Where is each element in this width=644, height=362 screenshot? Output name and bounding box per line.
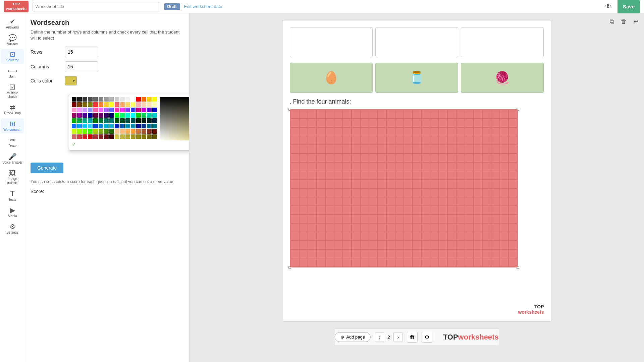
ws-cell[interactable] — [447, 249, 456, 258]
ws-cell[interactable] — [360, 154, 369, 162]
ws-cell[interactable] — [447, 241, 456, 249]
color-swatch[interactable] — [109, 102, 114, 107]
color-swatch[interactable] — [115, 134, 119, 139]
ws-cell[interactable] — [308, 249, 317, 258]
ws-cell[interactable] — [290, 145, 299, 154]
ws-cell[interactable] — [439, 119, 447, 127]
ws-cell[interactable] — [482, 180, 491, 188]
ws-cell[interactable] — [352, 188, 360, 197]
ws-cell[interactable] — [360, 119, 369, 127]
ws-cell[interactable] — [369, 154, 378, 162]
ws-cell[interactable] — [343, 188, 352, 197]
ws-cell[interactable] — [352, 171, 360, 180]
color-swatch[interactable] — [152, 134, 157, 139]
ws-cell[interactable] — [325, 154, 334, 162]
color-swatch[interactable] — [120, 108, 125, 112]
color-swatch[interactable] — [147, 129, 152, 134]
ws-cell[interactable] — [343, 258, 352, 267]
ws-cell[interactable] — [447, 162, 456, 171]
ws-cell[interactable] — [378, 223, 386, 232]
ws-cell[interactable] — [395, 119, 404, 127]
ws-cell[interactable] — [378, 171, 386, 180]
ws-cell[interactable] — [508, 232, 517, 241]
ws-cell[interactable] — [290, 188, 299, 197]
ws-cell[interactable] — [369, 171, 378, 180]
ws-cell[interactable] — [360, 241, 369, 249]
ws-cell[interactable] — [430, 127, 439, 136]
color-swatch[interactable] — [72, 134, 76, 139]
ws-cell[interactable] — [482, 119, 491, 127]
ws-cell[interactable] — [447, 171, 456, 180]
ws-cell[interactable] — [456, 136, 465, 145]
ws-cell[interactable] — [413, 206, 421, 215]
ws-cell[interactable] — [430, 258, 439, 267]
ws-cell[interactable] — [508, 162, 517, 171]
ws-cell[interactable] — [474, 127, 482, 136]
ws-cell[interactable] — [317, 215, 325, 223]
ws-cell[interactable] — [421, 180, 430, 188]
color-swatch[interactable] — [136, 102, 141, 107]
ws-cell[interactable] — [386, 188, 395, 197]
ws-cell[interactable] — [360, 197, 369, 206]
ws-cell[interactable] — [482, 258, 491, 267]
ws-cell[interactable] — [360, 136, 369, 145]
ws-cell[interactable] — [308, 215, 317, 223]
ws-cell[interactable] — [299, 206, 308, 215]
ws-cell[interactable] — [395, 206, 404, 215]
ws-cell[interactable] — [386, 232, 395, 241]
ws-cell[interactable] — [491, 232, 500, 241]
color-swatch[interactable] — [152, 118, 157, 123]
ws-cell[interactable] — [474, 188, 482, 197]
ws-cell[interactable] — [369, 241, 378, 249]
ws-cell[interactable] — [430, 171, 439, 180]
ws-cell[interactable] — [500, 154, 508, 162]
ws-cell[interactable] — [343, 154, 352, 162]
color-swatch[interactable] — [120, 102, 125, 107]
delete-button[interactable]: 🗑 — [619, 16, 629, 27]
ws-cell[interactable] — [386, 119, 395, 127]
ws-cell[interactable] — [413, 215, 421, 223]
ws-cell[interactable] — [439, 180, 447, 188]
ws-cell[interactable] — [413, 258, 421, 267]
ws-cell[interactable] — [500, 180, 508, 188]
ws-cell[interactable] — [378, 136, 386, 145]
ws-cell[interactable] — [465, 258, 474, 267]
ws-cell[interactable] — [413, 197, 421, 206]
ws-cell[interactable] — [386, 154, 395, 162]
ws-cell[interactable] — [421, 197, 430, 206]
ws-cell[interactable] — [508, 119, 517, 127]
ws-cell[interactable] — [508, 127, 517, 136]
color-swatch[interactable] — [120, 129, 125, 134]
ws-cell[interactable] — [308, 232, 317, 241]
sidebar-item-media[interactable]: ▶ Media — [1, 205, 24, 220]
ws-cell[interactable] — [352, 162, 360, 171]
ws-cell[interactable] — [447, 154, 456, 162]
ws-cell[interactable] — [500, 145, 508, 154]
color-swatch[interactable] — [115, 124, 119, 128]
color-swatch[interactable] — [104, 108, 109, 112]
ws-cell[interactable] — [465, 232, 474, 241]
ws-cell[interactable] — [456, 249, 465, 258]
ws-cell[interactable] — [334, 136, 343, 145]
color-swatch[interactable] — [83, 124, 87, 128]
ws-cell[interactable] — [299, 215, 308, 223]
preview-button[interactable]: 👁 — [603, 1, 613, 12]
ws-cell[interactable] — [334, 232, 343, 241]
ws-cell[interactable] — [325, 162, 334, 171]
ws-cell[interactable] — [439, 241, 447, 249]
next-page-button[interactable]: › — [393, 333, 403, 342]
ws-cell[interactable] — [290, 162, 299, 171]
ws-cell[interactable] — [352, 249, 360, 258]
ws-cell[interactable] — [325, 136, 334, 145]
ws-cell[interactable] — [334, 162, 343, 171]
ws-cell[interactable] — [299, 154, 308, 162]
ws-cell[interactable] — [500, 127, 508, 136]
ws-cell[interactable] — [447, 223, 456, 232]
ws-cell[interactable] — [491, 154, 500, 162]
ws-cell[interactable] — [430, 136, 439, 145]
ws-cell[interactable] — [386, 136, 395, 145]
color-swatch[interactable] — [131, 118, 136, 123]
ws-cell[interactable] — [290, 258, 299, 267]
sidebar-item-join[interactable]: ⟷ Join — [1, 65, 24, 80]
ws-cell[interactable] — [500, 206, 508, 215]
